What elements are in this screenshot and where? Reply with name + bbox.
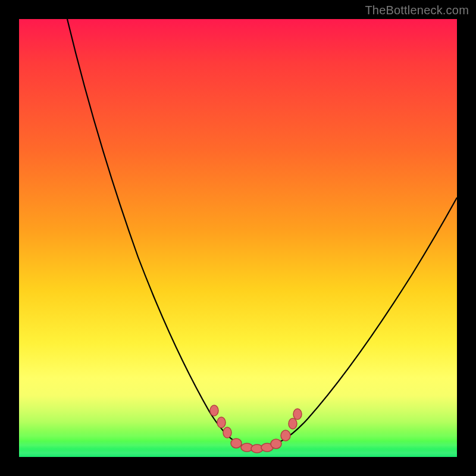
marker-dot [293, 409, 302, 419]
marker-dot [289, 418, 297, 429]
curve-right-path [254, 198, 457, 449]
marker-dot [217, 417, 226, 428]
marker-dot [231, 439, 242, 448]
v-curve [67, 19, 457, 449]
plot-area [19, 19, 457, 457]
marker-dot [210, 405, 218, 416]
marker-group [210, 405, 302, 453]
marker-dot [271, 439, 281, 449]
curve-left-path [67, 19, 254, 449]
marker-dot [281, 430, 290, 441]
curve-svg [19, 19, 457, 457]
chart-frame: TheBottleneck.com [0, 0, 476, 476]
marker-dot [223, 427, 231, 438]
watermark-text: TheBottleneck.com [365, 4, 469, 17]
